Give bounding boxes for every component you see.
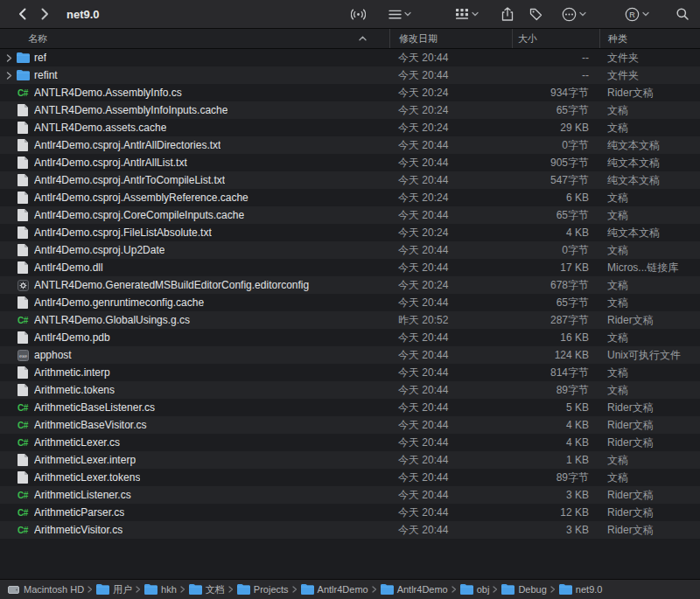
file-row[interactable]: ref今天 20:44--文件夹 [0, 49, 700, 66]
more-actions-button[interactable] [562, 7, 586, 22]
back-button[interactable] [10, 3, 33, 24]
file-row[interactable]: C#ArithmeticBaseVisitor.cs今天 20:444 KBRi… [0, 416, 700, 434]
file-kind: 文稿 [599, 121, 700, 136]
file-name-cell: Antlr4Demo.dll [0, 261, 389, 274]
svg-text:R: R [629, 10, 635, 19]
column-header-date[interactable]: 修改日期 [389, 29, 512, 48]
folder-icon [15, 52, 31, 63]
file-row[interactable]: Antlr4Demo.dll今天 20:4417 KBMicros...链接库 [0, 259, 700, 276]
chevron-left-icon [18, 8, 26, 20]
file-row[interactable]: ANTLR4Demo.assets.cache今天 20:2429 KB文稿 [0, 119, 700, 136]
path-crumb[interactable]: hkh [144, 584, 177, 595]
file-row[interactable]: Antlr4Demo.csproj.AntlrAllDirectories.tx… [0, 136, 700, 154]
file-name: ArithmeticVisitor.cs [34, 524, 122, 536]
file-size: 4 KB [512, 436, 599, 449]
file-date: 今天 20:44 [389, 331, 512, 345]
file-row[interactable]: Antlr4Demo.pdb今天 20:4416 KB文稿 [0, 329, 700, 346]
document-icon [15, 209, 31, 221]
file-row[interactable]: C#ArithmeticBaseListener.cs今天 20:445 KBR… [0, 399, 700, 416]
path-crumb[interactable]: Antlr4Demo [381, 584, 448, 595]
file-row[interactable]: refint今天 20:44--文件夹 [0, 66, 700, 84]
file-date: 今天 20:44 [389, 51, 512, 66]
file-row[interactable]: Antlr4Demo.csproj.CoreCompileInputs.cach… [0, 206, 700, 224]
document-icon [15, 174, 31, 186]
file-date: 今天 20:44 [389, 435, 512, 450]
file-name-cell: C#ArithmeticBaseListener.cs [0, 401, 389, 414]
share-button[interactable] [501, 7, 514, 21]
disclosure-chevron-icon[interactable] [4, 72, 15, 80]
airdrop-button[interactable] [351, 7, 366, 22]
disclosure-chevron-icon[interactable] [4, 54, 15, 62]
path-crumb[interactable]: obj [460, 584, 490, 595]
file-row[interactable]: C#ArithmeticParser.cs今天 20:4412 KBRider文… [0, 504, 700, 521]
tags-button[interactable] [529, 8, 542, 21]
file-date: 今天 20:44 [389, 383, 512, 398]
crumb-chevron-icon [292, 586, 298, 593]
file-kind: 文稿 [599, 331, 700, 345]
file-row[interactable]: ArithmeticLexer.tokens今天 20:4489字节文稿 [0, 469, 700, 486]
file-name: ANTLR4Demo.AssemblyInfoInputs.cache [34, 104, 228, 116]
file-name: Antlr4Demo.dll [34, 261, 103, 274]
file-size: 3 KB [512, 489, 599, 501]
path-crumb[interactable]: Projects [237, 584, 289, 595]
column-header-size[interactable]: 大小 [512, 29, 599, 48]
path-crumb[interactable]: net9.0 [559, 584, 603, 595]
file-row[interactable]: ArithmeticLexer.interp今天 20:441 KB文稿 [0, 451, 700, 469]
file-row[interactable]: Antlr4Demo.csproj.AssemblyReference.cach… [0, 189, 700, 206]
file-name: ArithmeticLexer.interp [34, 454, 136, 466]
folder-icon [559, 584, 572, 595]
file-row[interactable]: exeapphost今天 20:44124 KBUnix可执行文件 [0, 346, 700, 364]
file-date: 今天 20:44 [389, 173, 512, 188]
file-date: 今天 20:44 [389, 453, 512, 468]
tag-icon [529, 8, 542, 21]
column-header-kind[interactable]: 种类 [599, 29, 700, 48]
file-row[interactable]: Arithmetic.tokens今天 20:4489字节文稿 [0, 381, 700, 399]
search-button[interactable] [676, 7, 690, 21]
file-row[interactable]: Antlr4Demo.csproj.Up2Date今天 20:440字节文稿 [0, 241, 700, 259]
group-by-button[interactable] [455, 8, 479, 20]
view-options-button[interactable] [388, 9, 411, 20]
file-size: 934字节 [512, 86, 599, 101]
file-row[interactable]: Antlr4Demo.genruntimeconfig.cache今天 20:4… [0, 294, 700, 311]
path-crumb-label: net9.0 [576, 584, 603, 595]
file-row[interactable]: C#ArithmeticVisitor.cs今天 20:443 KBRider文… [0, 521, 700, 539]
path-crumb[interactable]: Antlr4Demo [301, 584, 368, 595]
path-crumb[interactable]: 文档 [189, 583, 225, 596]
file-kind: 文稿 [599, 366, 700, 380]
document-icon [15, 226, 31, 239]
file-size: 65字节 [512, 296, 599, 310]
document-icon [15, 139, 31, 151]
file-size: 65字节 [512, 208, 599, 223]
open-with-button[interactable]: R [625, 7, 649, 22]
file-row[interactable]: ANTLR4Demo.GeneratedMSBuildEditorConfig.… [0, 276, 700, 294]
path-crumb[interactable]: Macintosh HD [7, 584, 84, 595]
file-row[interactable]: Antlr4Demo.csproj.FileListAbsolute.txt今天… [0, 224, 700, 241]
file-row[interactable]: Antlr4Demo.csproj.AntlrToCompileList.txt… [0, 171, 700, 189]
file-name-cell: ANTLR4Demo.GeneratedMSBuildEditorConfig.… [0, 279, 389, 291]
path-crumb[interactable]: Debug [501, 584, 546, 595]
file-name: refint [34, 69, 58, 81]
file-row[interactable]: Arithmetic.interp今天 20:44814字节文稿 [0, 364, 700, 381]
column-header-name[interactable]: 名称 [0, 29, 389, 48]
file-name-cell: ANTLR4Demo.AssemblyInfoInputs.cache [0, 104, 389, 116]
folder-icon [381, 584, 394, 595]
crumb-chevron-icon [180, 586, 186, 593]
file-name: Antlr4Demo.csproj.CoreCompileInputs.cach… [34, 209, 244, 221]
file-date: 今天 20:44 [389, 156, 512, 171]
file-kind: 文稿 [599, 103, 700, 118]
file-row[interactable]: Antlr4Demo.csproj.AntlrAllList.txt今天 20:… [0, 154, 700, 171]
folder-icon [15, 70, 31, 80]
file-row[interactable]: C#ArithmeticListener.cs今天 20:443 KBRider… [0, 486, 700, 504]
toolbar: net9.0 [0, 0, 700, 29]
file-row[interactable]: C#ANTLR4Demo.GlobalUsings.g.cs昨天 20:5228… [0, 311, 700, 329]
folder-icon [189, 584, 202, 595]
file-row[interactable]: C#ANTLR4Demo.AssemblyInfo.cs今天 20:24934字… [0, 84, 700, 101]
file-row[interactable]: C#ArithmeticLexer.cs今天 20:444 KBRider文稿 [0, 434, 700, 451]
path-crumb[interactable]: 用户 [96, 583, 132, 596]
file-row[interactable]: ANTLR4Demo.AssemblyInfoInputs.cache今天 20… [0, 101, 700, 119]
file-size: 3 KB [512, 524, 599, 536]
forward-button[interactable] [33, 3, 56, 24]
chevron-down-icon [404, 11, 411, 17]
file-kind: 文稿 [599, 383, 700, 398]
file-date: 今天 20:44 [389, 418, 512, 433]
